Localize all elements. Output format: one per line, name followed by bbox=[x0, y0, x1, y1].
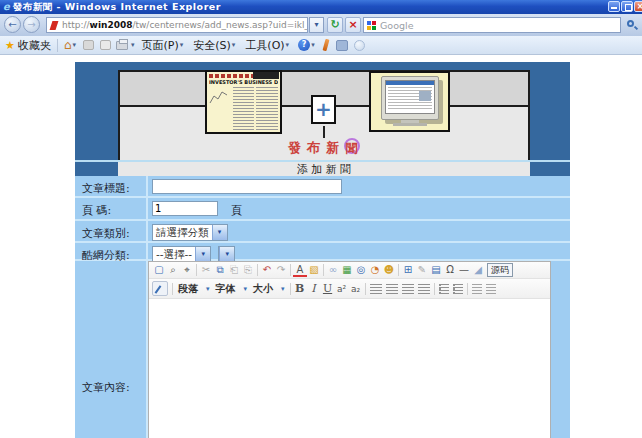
redo-icon[interactable]: ↷ bbox=[274, 263, 288, 277]
flash-icon[interactable]: ◎ bbox=[354, 263, 368, 277]
help-icon[interactable]: ? bbox=[298, 39, 310, 51]
publish-news-title: 發布新聞 bbox=[75, 138, 570, 157]
paste-icon[interactable]: ⎗ bbox=[227, 263, 241, 277]
news-form: 文章標題: 頁 碼: 頁 文章類別: 請選擇分類 ▾ bbox=[75, 176, 570, 438]
addon-messenger-icon[interactable] bbox=[336, 40, 348, 51]
anchor-icon[interactable]: ◢ bbox=[471, 263, 485, 277]
addon-pen-icon[interactable] bbox=[322, 39, 329, 52]
align-right-icon[interactable] bbox=[402, 284, 414, 294]
newspaper-image: INVESTOR'S BUSINESS DAILY bbox=[205, 70, 282, 134]
page-favicon-icon bbox=[50, 21, 59, 30]
media-icon[interactable]: ◔ bbox=[368, 263, 382, 277]
window-titlebar: e 發布新聞 - Windows Internet Explorer × bbox=[0, 0, 642, 14]
ie-logo-icon: e bbox=[3, 1, 10, 13]
subscript-button[interactable]: a₂ bbox=[349, 284, 363, 294]
rss-feed-icon[interactable] bbox=[83, 40, 94, 50]
chevron-down-icon: ▾ bbox=[244, 285, 248, 293]
align-left-icon[interactable] bbox=[370, 284, 382, 294]
print-icon[interactable] bbox=[116, 41, 128, 50]
read-mail-icon[interactable] bbox=[100, 40, 111, 50]
font-dropdown[interactable]: 字体 ▾ bbox=[213, 281, 251, 297]
page-number-label: 頁 碼: bbox=[75, 198, 148, 219]
addon-circle-icon[interactable] bbox=[354, 40, 365, 51]
search-icon bbox=[627, 20, 634, 27]
align-justify-icon[interactable] bbox=[418, 284, 430, 294]
hr-icon[interactable]: — bbox=[457, 263, 471, 277]
page-number-input[interactable] bbox=[152, 201, 218, 216]
menu-page[interactable]: 页面(P)▾ bbox=[139, 38, 191, 53]
image-icon[interactable]: ▦ bbox=[340, 263, 354, 277]
smiley-icon[interactable]: ☻ bbox=[382, 263, 396, 277]
restore-button[interactable] bbox=[621, 1, 633, 12]
page-viewport: INVESTOR'S BUSINESS DAILY + bbox=[0, 55, 642, 438]
subtitle-row: 添 加 新 聞 bbox=[75, 160, 570, 176]
form-row-page: 頁 碼: 頁 bbox=[75, 198, 570, 221]
print-dropdown-caret[interactable]: ▾ bbox=[131, 41, 135, 49]
url-dropdown-button[interactable]: ▾ bbox=[309, 17, 324, 33]
bold-button[interactable]: B bbox=[293, 282, 307, 295]
paragraph-dropdown[interactable]: 段落 ▾ bbox=[175, 281, 213, 297]
close-button[interactable]: × bbox=[634, 1, 642, 12]
rich-text-editor: ▢ ⌕ ⌖ ✂ ⧉ ⎗ ⎘ ↶ ↷ A bbox=[148, 261, 551, 438]
table-icon[interactable]: ⊞ bbox=[401, 263, 415, 277]
undo-icon[interactable]: ↶ bbox=[260, 263, 274, 277]
editor-content-area[interactable] bbox=[149, 299, 550, 438]
underline-button[interactable]: U bbox=[321, 282, 335, 295]
stop-button[interactable]: × bbox=[345, 17, 361, 33]
form-row-content: 文章內容: ▢ ⌕ ⌖ ✂ ⧉ ⎗ ⎘ ↶ bbox=[75, 261, 570, 438]
form-row-title: 文章標題: bbox=[75, 176, 570, 198]
address-bar: ← → http://win2008/tw/centernews/add_new… bbox=[0, 14, 642, 36]
size-dropdown[interactable]: 大小 ▾ bbox=[250, 281, 288, 297]
superscript-button[interactable]: a² bbox=[335, 284, 349, 294]
google-logo-icon bbox=[367, 21, 376, 30]
circled-char: 聞 bbox=[344, 138, 360, 154]
outdent-icon[interactable] bbox=[486, 284, 496, 294]
find-icon[interactable]: ⌖ bbox=[180, 263, 194, 277]
align-center-icon[interactable] bbox=[386, 284, 398, 294]
help-dropdown-caret[interactable]: ▾ bbox=[311, 41, 315, 49]
chevron-down-icon: ▾ bbox=[286, 41, 290, 49]
category-select[interactable]: 請選擇分類 ▾ bbox=[152, 224, 228, 241]
form-icon[interactable]: ✎ bbox=[415, 263, 429, 277]
source-code-button[interactable]: 源码 bbox=[487, 263, 513, 277]
forward-button[interactable]: → bbox=[23, 16, 40, 33]
text-color-icon[interactable]: A bbox=[293, 264, 307, 277]
paste-word-icon[interactable]: ⎘ bbox=[241, 263, 255, 277]
maximize-icon[interactable]: ▢ bbox=[152, 263, 166, 277]
indent-icon[interactable] bbox=[472, 284, 482, 294]
minimize-button[interactable] bbox=[608, 1, 620, 12]
editor-toolbar-row2: 段落 ▾ 字体 ▾ 大小 ▾ B bbox=[149, 279, 550, 299]
menu-safety[interactable]: 安全(S)▾ bbox=[190, 38, 242, 53]
italic-button[interactable]: I bbox=[307, 282, 321, 295]
ordered-list-icon[interactable] bbox=[439, 284, 449, 294]
favorites-button[interactable]: 收藏夹 bbox=[18, 38, 51, 53]
home-icon[interactable]: ⌂ bbox=[64, 38, 72, 52]
chevron-down-icon: ▾ bbox=[180, 41, 184, 49]
preview-icon[interactable]: ⌕ bbox=[166, 263, 180, 277]
back-button[interactable]: ← bbox=[4, 16, 21, 33]
format-brush-icon[interactable] bbox=[152, 281, 168, 296]
favorites-star-icon: ★ bbox=[5, 39, 15, 52]
copy-icon[interactable]: ⧉ bbox=[213, 263, 227, 277]
grid-icon[interactable]: ▤ bbox=[429, 263, 443, 277]
chevron-down-icon: ▾ bbox=[195, 247, 210, 262]
news-form-container: INVESTOR'S BUSINESS DAILY + bbox=[75, 62, 570, 438]
unordered-list-icon[interactable] bbox=[453, 284, 463, 294]
refresh-button[interactable]: ↻ bbox=[327, 17, 343, 33]
special-char-icon[interactable]: Ω bbox=[443, 263, 457, 277]
add-news-subtitle: 添 加 新 聞 bbox=[118, 162, 530, 176]
chevron-down-icon: ▾ bbox=[281, 285, 285, 293]
search-input[interactable]: Google bbox=[363, 17, 621, 33]
menu-tools[interactable]: 工具(O)▾ bbox=[242, 38, 296, 53]
link-icon[interactable]: ∞ bbox=[326, 263, 340, 277]
url-text: http://win2008/tw/centernews/add_news.as… bbox=[62, 20, 308, 30]
chevron-down-icon: ▾ bbox=[206, 285, 210, 293]
bg-color-icon[interactable]: ▧ bbox=[307, 263, 321, 277]
cut-icon[interactable]: ✂ bbox=[199, 263, 213, 277]
article-title-input[interactable] bbox=[152, 179, 342, 194]
url-input[interactable]: http://win2008/tw/centernews/add_news.as… bbox=[46, 17, 308, 33]
chevron-down-icon: ▾ bbox=[219, 247, 234, 262]
home-dropdown-caret[interactable]: ▾ bbox=[73, 41, 77, 49]
connector-line bbox=[323, 126, 325, 138]
search-button[interactable] bbox=[624, 17, 640, 33]
